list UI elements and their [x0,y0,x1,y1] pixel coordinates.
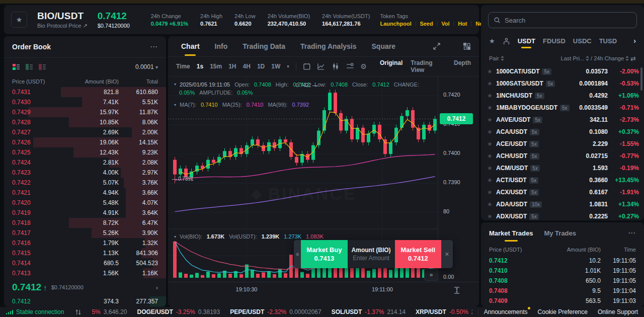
calendar-icon[interactable] [303,62,311,70]
quote-tab-usdc[interactable]: USDC [573,37,592,45]
tab-my-trades[interactable]: My Trades [544,229,576,237]
trades-more-icon[interactable]: ··· [628,229,636,236]
gear-icon[interactable]: ⚙ [360,62,367,70]
pair-row[interactable]: ★1INCH/USDT5x0.4292+1.06% [481,90,644,102]
tab-chart[interactable]: Chart [181,42,200,50]
book-view-asks-icon[interactable] [38,63,46,71]
order-book-ask-row[interactable]: 0.7431821.8610.680 [4,87,166,97]
order-book-ask-row[interactable]: 0.742619.06K14.15K [4,137,166,147]
favorites-tab-icon[interactable]: ★ [489,37,495,45]
sort-icon[interactable] [625,56,629,61]
axis-scale-icon[interactable] [453,286,461,294]
pair-row[interactable]: ★AAVE/USDT5x342.11-2.73% [481,114,644,126]
sort-icon[interactable] [586,56,589,61]
tab-market-trades[interactable]: Market Trades [489,229,533,237]
tab-square[interactable]: Square [372,42,395,50]
ticker-item[interactable]: DOGE/USDT-3.25%0.38193 [137,308,220,315]
footer-link-online-support[interactable]: Online Support [598,308,638,315]
view-mode-depth[interactable]: Depth [454,59,471,73]
trade-row[interactable]: 0.74101.01K19:11:05 [481,266,644,276]
trade-row[interactable]: 0.74089.519:11:04 [481,286,644,296]
order-book-ask-row[interactable]: 0.742915.97K11.87K [4,107,166,117]
ticker-item[interactable]: 5%3,646.20 [92,308,127,315]
order-book-ask-row[interactable]: 0.74214.94K3.66K [4,188,166,198]
star-icon[interactable]: ★ [487,189,496,196]
star-icon[interactable]: ★ [487,177,496,184]
order-book-ask-row[interactable]: 0.74205.48K4.07K [4,198,166,208]
tab-trading-analysis[interactable]: Trading Analysis [300,42,357,50]
star-icon[interactable]: ★ [487,104,496,111]
pair-row[interactable]: ★ADA/USDT10x1.0831+1.34% [481,198,644,210]
order-book-ask-row[interactable]: 0.74234.00K2.97K [4,168,166,178]
line-chart-icon[interactable] [317,62,325,70]
order-book-last-price-row[interactable]: 0.7412 ↑ $0.74120000 › [4,278,166,296]
collapse-icon[interactable]: ▾ [174,234,176,239]
tabs-overflow-chevron[interactable]: › [633,37,636,45]
pair-row[interactable]: ★ADX/USDT5x0.2225+0.27% [481,210,644,220]
tab-info[interactable]: Info [215,42,228,50]
amount-field[interactable]: Amount (BIO) Enter Amount [348,240,395,268]
token-tag[interactable]: Hot [458,21,467,27]
pair-row[interactable]: ★1000SATS/USDT5x0.0001894-0.53% [481,77,644,90]
trade-row[interactable]: 0.7408650.019:11:05 [481,276,644,286]
book-view-bids-icon[interactable] [25,63,33,71]
token-tag[interactable]: Vol [441,21,449,27]
token-tag[interactable]: Seed [420,21,433,27]
order-book-ask-row[interactable]: 0.74188.72K6.47K [4,218,166,228]
precision-dropdown[interactable]: 0.0001 ▾ [135,63,158,70]
footer-link-cookie-preference[interactable]: Cookie Preference [538,308,588,315]
fullscreen-icon[interactable] [433,42,441,50]
star-icon[interactable]: ★ [487,213,496,220]
star-icon[interactable]: ★ [487,92,496,99]
star-icon[interactable]: ★ [487,152,496,160]
market-sell-button[interactable]: Market Sell 0.7412 [395,240,441,268]
order-book-ask-row[interactable]: 0.742810.85K8.06K [4,117,166,127]
view-mode-original[interactable]: Original [380,59,403,73]
interval-4h[interactable]: 4H [243,63,251,70]
interval-1s[interactable]: 1s [197,63,203,70]
interval-15m[interactable]: 15m [210,63,222,70]
ticker-mode-icon[interactable] [75,309,82,315]
order-book-ask-row[interactable]: 0.74131.56K1.16K [4,268,166,278]
sort-icon[interactable] [501,56,504,61]
star-icon[interactable]: ★ [487,116,496,123]
interval-time[interactable]: Time [176,63,190,70]
collapse-icon[interactable]: ▾ [174,103,176,107]
tab-trading-data[interactable]: Trading Data [243,42,285,50]
layout-grid-icon[interactable] [463,42,471,50]
quote-tab-tusd[interactable]: TUSD [599,37,617,45]
pair-row[interactable]: ★1000CAT/USDT5x0.03573-2.00% [481,65,644,77]
pair-row[interactable]: ★ACA/USDT5x0.1080+0.37% [481,126,644,138]
chevron-right-icon[interactable]: › [156,284,158,291]
trade-row[interactable]: 0.741210.219:11:05 [481,256,644,266]
pair-row[interactable]: ★1MBABYDOGE/USDT5x0.0033549-0.71% [481,102,644,114]
ticker-item[interactable]: XRP/USDT-0.50%2.4015 [416,308,472,315]
order-book-ask-row[interactable]: 0.7414680.5504.523 [4,258,166,268]
footer-link-announcements[interactable]: Announcements [484,308,528,315]
order-book-ask-row[interactable]: 0.74151.13K841.306 [4,248,166,258]
pair-row[interactable]: ★ACM/USDT5x1.593-0.19% [481,162,644,174]
collapse-icon[interactable]: ▾ [174,81,176,89]
order-book-ask-row[interactable]: 0.74175.26K3.90K [4,228,166,238]
order-book-ask-row[interactable]: 0.74272.69K2.00K [4,127,166,137]
candlestick-icon[interactable] [332,62,340,70]
search-input[interactable]: Search [488,12,637,28]
swap-columns-icon[interactable]: ⇄ [630,55,636,62]
star-icon[interactable]: ★ [487,165,496,172]
scrollbar[interactable] [640,67,642,91]
time-axis[interactable]: 19:10:3019:11:00 [168,282,479,302]
star-icon[interactable]: ★ [487,128,496,135]
pair-row[interactable]: ★ACH/USDT5x0.02715-0.77% [481,150,644,162]
ticker-item[interactable]: PEPE/USDT-2.32%0.00002067 [230,308,321,315]
drag-handle-icon[interactable]: ≡ [294,240,301,268]
interval-1w[interactable]: 1W [271,63,280,70]
book-view-both-icon[interactable] [12,63,20,71]
order-book-ask-row[interactable]: 0.742512.43K9.23K [4,147,166,157]
star-icon[interactable]: ★ [487,68,496,75]
order-book-bid-row[interactable]: 0.7412374.3277.357 [4,296,166,306]
order-book-ask-row[interactable]: 0.74225.07K3.76K [4,178,166,188]
view-mode-trading-view[interactable]: Trading View [411,59,446,73]
trade-row[interactable]: 0.7409563.519:11:03 [481,296,644,306]
quote-tab-fdusd[interactable]: FDUSD [543,37,566,45]
quote-tab-usdt[interactable]: USDT [518,37,535,45]
